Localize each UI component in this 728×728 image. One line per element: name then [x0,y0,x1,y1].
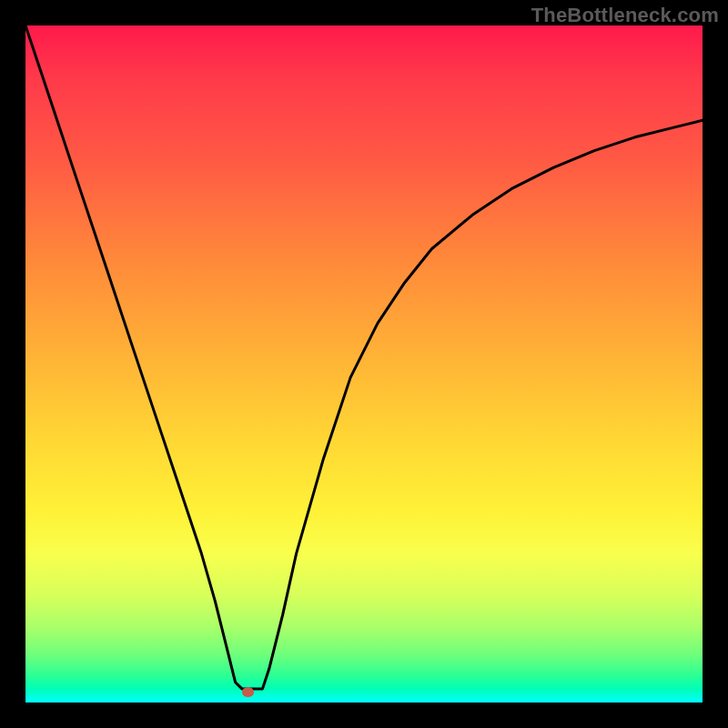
chart-plot-area [25,25,703,703]
bottleneck-marker [242,687,254,697]
bottleneck-curve [25,25,703,703]
watermark-label: TheBottleneck.com [531,4,719,27]
chart-frame: TheBottleneck.com [0,0,728,728]
